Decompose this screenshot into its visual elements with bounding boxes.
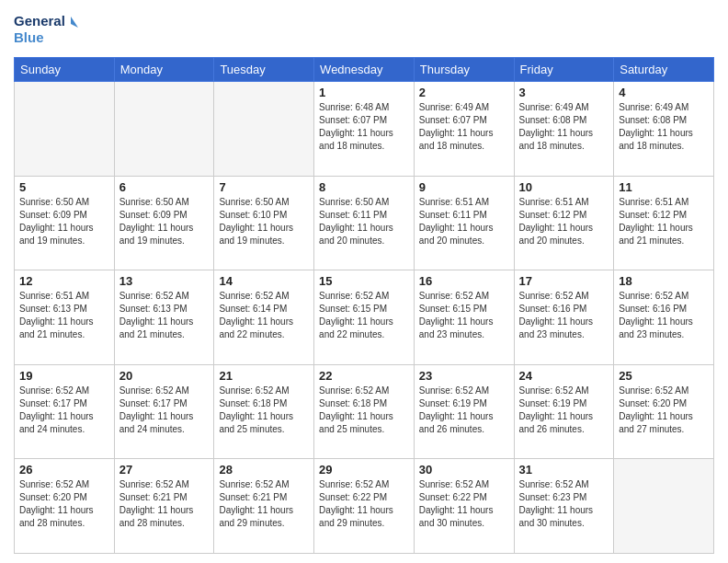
day-info: Sunrise: 6:52 AM Sunset: 6:18 PM Dayligh… [319, 385, 409, 436]
day-info: Sunrise: 6:51 AM Sunset: 6:12 PM Dayligh… [519, 196, 609, 247]
calendar-cell: 16Sunrise: 6:52 AM Sunset: 6:15 PM Dayli… [414, 270, 514, 365]
day-info: Sunrise: 6:48 AM Sunset: 6:07 PM Dayligh… [319, 101, 409, 153]
day-info: Sunrise: 6:52 AM Sunset: 6:14 PM Dayligh… [219, 290, 309, 341]
day-number: 10 [519, 180, 609, 194]
calendar-cell: 24Sunrise: 6:52 AM Sunset: 6:19 PM Dayli… [514, 364, 614, 459]
calendar-cell: 15Sunrise: 6:52 AM Sunset: 6:15 PM Dayli… [314, 270, 415, 365]
calendar-cell: 21Sunrise: 6:52 AM Sunset: 6:18 PM Dayli… [214, 364, 314, 459]
calendar-cell: 18Sunrise: 6:52 AM Sunset: 6:16 PM Dayli… [614, 270, 714, 365]
week-row-1: 1Sunrise: 6:48 AM Sunset: 6:07 PM Daylig… [15, 82, 714, 177]
day-number: 11 [619, 180, 709, 194]
day-number: 17 [519, 274, 609, 288]
calendar-cell: 19Sunrise: 6:52 AM Sunset: 6:17 PM Dayli… [15, 364, 115, 459]
calendar-cell: 3Sunrise: 6:49 AM Sunset: 6:08 PM Daylig… [514, 82, 614, 177]
day-number: 9 [419, 180, 509, 194]
calendar-cell: 4Sunrise: 6:49 AM Sunset: 6:08 PM Daylig… [614, 82, 714, 177]
header-wednesday: Wednesday [314, 58, 415, 82]
calendar-cell [114, 82, 214, 177]
week-row-5: 26Sunrise: 6:52 AM Sunset: 6:20 PM Dayli… [15, 459, 714, 554]
day-number: 20 [119, 369, 210, 383]
calendar-cell: 17Sunrise: 6:52 AM Sunset: 6:16 PM Dayli… [514, 270, 614, 365]
calendar-cell: 26Sunrise: 6:52 AM Sunset: 6:20 PM Dayli… [15, 459, 115, 554]
calendar-cell [214, 82, 314, 177]
day-number: 29 [319, 463, 409, 477]
calendar-cell: 28Sunrise: 6:52 AM Sunset: 6:21 PM Dayli… [214, 459, 314, 554]
day-info: Sunrise: 6:51 AM Sunset: 6:12 PM Dayligh… [619, 196, 709, 247]
page: General Blue SundayMondayTuesdayWednesda… [0, 0, 728, 563]
day-info: Sunrise: 6:50 AM Sunset: 6:10 PM Dayligh… [219, 196, 309, 247]
day-info: Sunrise: 6:52 AM Sunset: 6:21 PM Dayligh… [219, 478, 309, 530]
day-number: 23 [419, 369, 509, 383]
day-info: Sunrise: 6:52 AM Sunset: 6:19 PM Dayligh… [519, 385, 609, 436]
svg-text:Blue: Blue [14, 29, 44, 45]
calendar-cell: 22Sunrise: 6:52 AM Sunset: 6:18 PM Dayli… [314, 364, 415, 459]
calendar-cell [15, 82, 115, 177]
calendar-cell: 31Sunrise: 6:52 AM Sunset: 6:23 PM Dayli… [514, 459, 614, 554]
day-info: Sunrise: 6:52 AM Sunset: 6:15 PM Dayligh… [419, 290, 509, 341]
day-number: 19 [19, 369, 109, 383]
week-row-3: 12Sunrise: 6:51 AM Sunset: 6:13 PM Dayli… [15, 270, 714, 365]
day-number: 22 [319, 369, 409, 383]
header-saturday: Saturday [614, 58, 714, 82]
day-info: Sunrise: 6:52 AM Sunset: 6:21 PM Dayligh… [119, 478, 210, 530]
calendar-cell: 13Sunrise: 6:52 AM Sunset: 6:13 PM Dayli… [114, 270, 214, 365]
day-info: Sunrise: 6:52 AM Sunset: 6:19 PM Dayligh… [419, 385, 509, 436]
day-info: Sunrise: 6:51 AM Sunset: 6:11 PM Dayligh… [419, 196, 509, 247]
svg-text:General: General [14, 13, 65, 29]
day-info: Sunrise: 6:49 AM Sunset: 6:08 PM Dayligh… [519, 101, 609, 153]
day-info: Sunrise: 6:52 AM Sunset: 6:15 PM Dayligh… [319, 290, 409, 341]
day-info: Sunrise: 6:50 AM Sunset: 6:09 PM Dayligh… [19, 196, 109, 247]
calendar-cell: 27Sunrise: 6:52 AM Sunset: 6:21 PM Dayli… [114, 459, 214, 554]
day-number: 25 [619, 369, 709, 383]
day-info: Sunrise: 6:52 AM Sunset: 6:17 PM Dayligh… [119, 385, 210, 436]
header-friday: Friday [514, 58, 614, 82]
svg-marker-2 [71, 17, 78, 28]
header: General Blue [14, 9, 714, 50]
day-number: 24 [519, 369, 609, 383]
day-info: Sunrise: 6:52 AM Sunset: 6:18 PM Dayligh… [219, 385, 309, 436]
day-info: Sunrise: 6:49 AM Sunset: 6:07 PM Dayligh… [419, 101, 509, 153]
day-info: Sunrise: 6:49 AM Sunset: 6:08 PM Dayligh… [619, 101, 709, 153]
day-info: Sunrise: 6:50 AM Sunset: 6:09 PM Dayligh… [119, 196, 210, 247]
day-number: 1 [319, 86, 409, 99]
calendar-table: SundayMondayTuesdayWednesdayThursdayFrid… [14, 57, 714, 554]
calendar-cell: 12Sunrise: 6:51 AM Sunset: 6:13 PM Dayli… [15, 270, 115, 365]
calendar-cell: 7Sunrise: 6:50 AM Sunset: 6:10 PM Daylig… [214, 176, 314, 270]
calendar-cell: 1Sunrise: 6:48 AM Sunset: 6:07 PM Daylig… [314, 82, 415, 177]
day-number: 14 [219, 274, 309, 288]
logo: General Blue [14, 9, 78, 50]
day-number: 15 [319, 274, 409, 288]
day-info: Sunrise: 6:52 AM Sunset: 6:20 PM Dayligh… [619, 385, 709, 436]
calendar-cell: 5Sunrise: 6:50 AM Sunset: 6:09 PM Daylig… [15, 176, 115, 270]
day-number: 5 [19, 180, 109, 194]
day-info: Sunrise: 6:52 AM Sunset: 6:17 PM Dayligh… [19, 385, 109, 436]
calendar-cell: 30Sunrise: 6:52 AM Sunset: 6:22 PM Dayli… [414, 459, 514, 554]
calendar-header-row: SundayMondayTuesdayWednesdayThursdayFrid… [15, 58, 714, 82]
day-info: Sunrise: 6:52 AM Sunset: 6:13 PM Dayligh… [119, 290, 210, 341]
week-row-4: 19Sunrise: 6:52 AM Sunset: 6:17 PM Dayli… [15, 364, 714, 459]
day-number: 3 [519, 86, 609, 99]
day-number: 12 [19, 274, 109, 288]
calendar-cell: 14Sunrise: 6:52 AM Sunset: 6:14 PM Dayli… [214, 270, 314, 365]
day-info: Sunrise: 6:52 AM Sunset: 6:16 PM Dayligh… [519, 290, 609, 341]
calendar-cell: 6Sunrise: 6:50 AM Sunset: 6:09 PM Daylig… [114, 176, 214, 270]
calendar-cell: 11Sunrise: 6:51 AM Sunset: 6:12 PM Dayli… [614, 176, 714, 270]
day-number: 6 [119, 180, 210, 194]
header-monday: Monday [114, 58, 214, 82]
header-sunday: Sunday [15, 58, 115, 82]
calendar-cell: 2Sunrise: 6:49 AM Sunset: 6:07 PM Daylig… [414, 82, 514, 177]
day-info: Sunrise: 6:52 AM Sunset: 6:22 PM Dayligh… [319, 478, 409, 530]
day-number: 31 [519, 463, 609, 477]
day-number: 13 [119, 274, 210, 288]
day-info: Sunrise: 6:52 AM Sunset: 6:20 PM Dayligh… [19, 478, 109, 530]
day-info: Sunrise: 6:52 AM Sunset: 6:22 PM Dayligh… [419, 478, 509, 530]
day-number: 18 [619, 274, 709, 288]
day-number: 4 [619, 86, 709, 99]
week-row-2: 5Sunrise: 6:50 AM Sunset: 6:09 PM Daylig… [15, 176, 714, 270]
day-number: 26 [19, 463, 109, 477]
day-number: 7 [219, 180, 309, 194]
calendar-cell: 9Sunrise: 6:51 AM Sunset: 6:11 PM Daylig… [414, 176, 514, 270]
day-number: 16 [419, 274, 509, 288]
calendar-cell [614, 459, 714, 554]
day-number: 28 [219, 463, 309, 477]
